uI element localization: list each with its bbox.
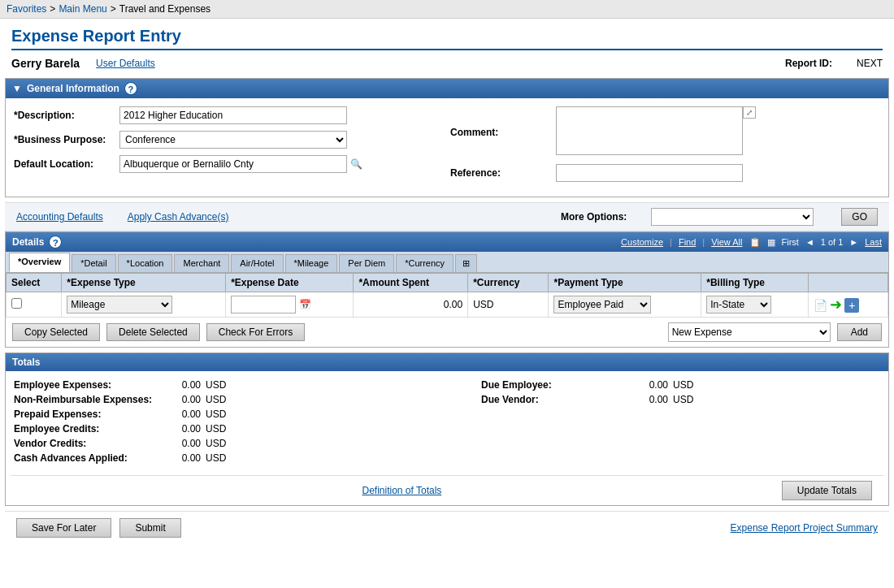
row-select-checkbox[interactable] <box>11 298 22 309</box>
non-reimbursable-label: Non-Reimbursable Expenses: <box>14 394 160 405</box>
business-purpose-select[interactable]: Conference Client Meeting Training Other <box>119 131 347 149</box>
tab-per-diem[interactable]: Per Diem <box>339 254 394 272</box>
due-employee-currency: USD <box>673 379 693 391</box>
gen-info-right: Comment: ⤢ Reference: <box>450 106 880 188</box>
update-totals-button[interactable]: Update Totals <box>782 481 872 500</box>
col-expense-date: *Expense Date <box>226 274 354 292</box>
employee-credits-label: Employee Credits: <box>14 423 160 435</box>
totals-due-vendor: Due Vendor: 0.00 USD <box>481 394 880 405</box>
comment-textarea[interactable] <box>556 106 743 155</box>
due-vendor-label: Due Vendor: <box>481 394 627 405</box>
reference-input[interactable] <box>556 164 743 182</box>
payment-type-select[interactable]: Employee Paid Corporate Card Prepaid <box>553 296 651 313</box>
tab-currency[interactable]: *Currency <box>396 254 454 272</box>
col-currency: *Currency <box>468 274 549 292</box>
calendar-icon[interactable]: 📅 <box>299 299 311 310</box>
row-billing-type-cell: In-State Out-of-State <box>701 292 808 318</box>
tab-overview[interactable]: *Overview <box>9 253 70 272</box>
reference-row: Reference: <box>450 164 880 182</box>
prepaid-expenses-amount: 0.00 <box>160 409 201 420</box>
tab-extra[interactable]: ⊞ <box>455 254 477 272</box>
business-purpose-row: *Business Purpose: Conference Client Mee… <box>14 131 444 149</box>
collapse-icon[interactable]: ▼ <box>12 83 22 94</box>
row-payment-type-cell: Employee Paid Corporate Card Prepaid <box>549 292 701 318</box>
due-vendor-currency: USD <box>673 394 693 405</box>
apply-cash-advance-link[interactable]: Apply Cash Advance(s) <box>128 211 229 223</box>
expense-date-input[interactable] <box>231 296 296 313</box>
new-expense-select[interactable]: New Expense <box>668 322 831 342</box>
totals-employee-credits: Employee Credits: 0.00 USD <box>14 423 445 435</box>
user-defaults-link[interactable]: User Defaults <box>96 58 155 69</box>
totals-vendor-credits: Vendor Credits: 0.00 USD <box>14 438 445 449</box>
row-expense-date-cell: 📅 <box>226 292 354 318</box>
employee-expenses-label: Employee Expenses: <box>14 379 160 391</box>
details-header-right: Customize | Find | View All 📋 ▦ First ◄ … <box>621 237 882 248</box>
definition-of-totals-link[interactable]: Definition of Totals <box>362 485 441 496</box>
tab-merchant[interactable]: Merchant <box>174 254 229 272</box>
tab-location[interactable]: *Location <box>118 254 173 272</box>
row-amount-cell: 0.00 <box>354 292 468 318</box>
pagination-next[interactable]: ► <box>849 237 858 247</box>
prepaid-expenses-currency: USD <box>206 409 226 420</box>
nav-section: Travel and Expenses <box>119 3 210 15</box>
expense-report-project-summary-link[interactable]: Expense Report Project Summary <box>731 522 878 534</box>
spreadsheet-icon[interactable]: 📋 <box>749 237 761 248</box>
detail-icon[interactable]: 📄 <box>814 299 827 312</box>
check-for-errors-button[interactable]: Check For Errors <box>206 323 305 341</box>
expense-type-select[interactable]: Mileage Airfare Hotel Meals Other <box>67 296 172 313</box>
amount-value: 0.00 <box>444 299 462 310</box>
tab-detail[interactable]: *Detail <box>72 254 115 272</box>
due-vendor-amount: 0.00 <box>627 394 668 405</box>
row-currency-cell: USD <box>468 292 549 318</box>
col-actions <box>808 274 887 292</box>
details-help-icon[interactable]: ? <box>49 236 62 249</box>
billing-type-select[interactable]: In-State Out-of-State <box>706 296 771 313</box>
nav-bar: Favorites > Main Menu > Travel and Expen… <box>0 0 894 19</box>
due-employee-label: Due Employee: <box>481 379 627 391</box>
delete-selected-button[interactable]: Delete Selected <box>106 323 200 341</box>
customize-link[interactable]: Customize <box>621 237 663 247</box>
submit-button[interactable]: Submit <box>119 518 180 538</box>
non-reimbursable-currency: USD <box>206 394 226 405</box>
default-location-input[interactable] <box>119 155 347 173</box>
employee-expenses-currency: USD <box>206 379 226 391</box>
last-link[interactable]: Last <box>865 237 882 247</box>
details-title: Details <box>12 236 44 248</box>
grid-view-icon[interactable]: ▦ <box>767 237 775 248</box>
totals-cash-advances: Cash Advances Applied: 0.00 USD <box>14 452 445 464</box>
def-update-row: Definition of Totals Update Totals <box>11 475 883 505</box>
col-amount-spent: *Amount Spent <box>354 274 468 292</box>
more-options-select[interactable] <box>651 208 814 226</box>
row-select-cell <box>7 292 62 318</box>
more-options-label: More Options: <box>561 211 627 223</box>
tab-air-hotel[interactable]: Air/Hotel <box>231 254 283 272</box>
copy-selected-button[interactable]: Copy Selected <box>12 323 100 341</box>
pagination-info: 1 of 1 <box>821 237 844 247</box>
pagination-first[interactable]: First <box>782 237 799 247</box>
pagination-prev[interactable]: ◄ <box>805 237 814 247</box>
default-location-label: Default Location: <box>14 158 119 170</box>
nav-separator-2: > <box>111 3 116 15</box>
nav-main-menu[interactable]: Main Menu <box>59 3 106 15</box>
table-row: Mileage Airfare Hotel Meals Other 📅 0.00 <box>7 292 888 318</box>
accounting-defaults-link[interactable]: Accounting Defaults <box>16 211 103 223</box>
cash-advances-currency: USD <box>206 452 226 464</box>
add-row-icon[interactable]: + <box>844 298 859 313</box>
save-for-later-button[interactable]: Save For Later <box>16 518 111 538</box>
location-lookup-icon[interactable]: 🔍 <box>350 158 362 170</box>
totals-due-employee: Due Employee: 0.00 USD <box>481 379 880 391</box>
view-all-link[interactable]: View All <box>711 237 742 247</box>
nav-separator-1: > <box>50 3 55 15</box>
find-link[interactable]: Find <box>679 237 696 247</box>
totals-body: Employee Expenses: 0.00 USD Non-Reimburs… <box>6 371 888 475</box>
tab-mileage[interactable]: *Mileage <box>285 254 338 272</box>
description-label: *Description: <box>14 110 119 121</box>
general-info-help-icon[interactable]: ? <box>124 82 137 95</box>
nav-favorites[interactable]: Favorites <box>7 3 46 15</box>
arrow-right-icon[interactable]: ➜ <box>830 296 842 313</box>
go-button[interactable]: GO <box>841 208 878 226</box>
add-button[interactable]: Add <box>837 323 882 341</box>
col-payment-type: *Payment Type <box>549 274 701 292</box>
comment-expand-icon[interactable]: ⤢ <box>743 106 756 119</box>
description-input[interactable] <box>119 106 347 124</box>
